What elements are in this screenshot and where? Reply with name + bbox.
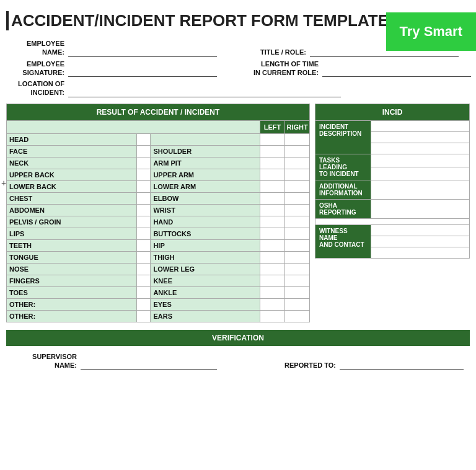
incident-description-row: INCIDENTDESCRIPTION [315, 120, 470, 131]
additional-info-row: ADDITIONALINFORMATION [315, 180, 470, 199]
try-smart-button[interactable]: Try Smart [386, 12, 477, 51]
right-cell[interactable] [285, 216, 310, 228]
check-cell[interactable] [137, 204, 151, 216]
location-field[interactable] [68, 86, 341, 97]
length-of-time-group: LENGTH OF TIMEIN CURRENT ROLE: [236, 60, 471, 78]
supervisor-name-label: SUPERVISORNAME: [12, 352, 81, 370]
supervisor-name-field[interactable] [81, 358, 217, 370]
left-cell[interactable] [260, 145, 285, 157]
witness-field-2[interactable] [371, 236, 470, 247]
body-part-cell: ARM PIT [151, 157, 260, 169]
left-cell[interactable] [260, 192, 285, 204]
left-cell[interactable] [260, 169, 285, 180]
witness-field[interactable] [371, 224, 470, 236]
incident-description-field[interactable] [371, 120, 470, 131]
check-cell[interactable] [137, 133, 151, 145]
check-cell[interactable] [137, 180, 151, 192]
left-cell[interactable] [260, 310, 285, 322]
body-part-cell: EARS [151, 310, 260, 322]
witness-field-3[interactable] [371, 247, 470, 258]
tasks-leading-row: TASKS LEADINGTO INCIDENT [315, 154, 470, 167]
left-cell[interactable] [260, 216, 285, 228]
check-cell[interactable] [137, 251, 151, 263]
left-cell[interactable] [260, 180, 285, 192]
right-cell[interactable] [285, 298, 310, 310]
right-cell[interactable] [285, 145, 310, 157]
check-cell[interactable] [137, 286, 151, 298]
table-row: UPPER BACK UPPER ARM [7, 169, 310, 180]
right-cell[interactable] [285, 204, 310, 216]
check-cell[interactable] [137, 275, 151, 286]
employee-signature-field[interactable] [68, 66, 217, 77]
incident-description-field-2[interactable] [371, 131, 470, 143]
check-cell[interactable] [137, 239, 151, 251]
right-cell[interactable] [285, 275, 310, 286]
right-cell[interactable] [285, 239, 310, 251]
body-part-cell: EYES [151, 298, 260, 310]
check-cell[interactable] [137, 263, 151, 275]
body-part-cell: LIPS [7, 228, 137, 239]
body-part-cell: WRIST [151, 204, 260, 216]
employee-name-field[interactable] [68, 46, 217, 57]
additional-info-field[interactable] [371, 180, 470, 199]
body-part-cell: HAND [151, 216, 260, 228]
check-cell[interactable] [137, 157, 151, 169]
col-spacer [7, 120, 260, 133]
right-cell[interactable] [285, 263, 310, 275]
right-cell[interactable] [285, 251, 310, 263]
reported-to-label: REPORTED TO: [271, 361, 340, 370]
left-cell[interactable] [260, 239, 285, 251]
left-cell[interactable] [260, 251, 285, 263]
left-cell[interactable] [260, 157, 285, 169]
body-part-cell: LOWER BACK [7, 180, 137, 192]
left-cell[interactable] [260, 228, 285, 239]
accident-table: RESULT OF ACCIDENT / INCIDENT LEFT RIGHT… [6, 104, 310, 322]
right-cell[interactable] [285, 228, 310, 239]
check-cell[interactable] [137, 169, 151, 180]
right-cell[interactable] [285, 180, 310, 192]
reported-to-field[interactable] [340, 358, 464, 370]
right-cell[interactable] [285, 192, 310, 204]
right-cell[interactable] [285, 133, 310, 145]
right-cell[interactable] [285, 310, 310, 322]
verification-header: VERIFICATION [6, 330, 470, 346]
main-container: ACCIDENT/INCIDENT REPORT FORM TEMPLATE E… [0, 0, 476, 376]
incident-description-field-3[interactable] [371, 143, 470, 154]
table-row: PELVIS / GROIN HAND [7, 216, 310, 228]
check-cell[interactable] [137, 216, 151, 228]
left-cell[interactable] [260, 204, 285, 216]
check-cell[interactable] [137, 192, 151, 204]
body-part-cell: FINGERS [7, 275, 137, 286]
left-cell[interactable] [260, 286, 285, 298]
left-cell[interactable] [260, 133, 285, 145]
tasks-leading-field-2[interactable] [371, 167, 470, 180]
table-row: TOES ANKLE [7, 286, 310, 298]
check-cell[interactable] [137, 145, 151, 157]
body-part-cell: NECK [7, 157, 137, 169]
plus-icon[interactable]: + [1, 178, 6, 188]
witness-row: WITNESS NAMEAND CONTACT [315, 224, 470, 236]
osha-field[interactable] [371, 199, 470, 218]
body-part-cell: FACE [7, 145, 137, 157]
right-cell[interactable] [285, 157, 310, 169]
col-right-label: RIGHT [285, 120, 310, 133]
tasks-leading-field[interactable] [371, 154, 470, 167]
check-cell[interactable] [137, 298, 151, 310]
table-row: NOSE LOWER LEG [7, 263, 310, 275]
verification-fields: SUPERVISORNAME: REPORTED TO: [6, 352, 470, 370]
length-of-time-label: LENGTH OF TIMEIN CURRENT ROLE: [236, 60, 322, 78]
left-cell[interactable] [260, 275, 285, 286]
body-part-cell: THIGH [151, 251, 260, 263]
title-role-label: TITLE / ROLE: [236, 48, 310, 56]
table-row: CHEST ELBOW [7, 192, 310, 204]
length-of-time-field[interactable] [322, 66, 471, 77]
body-part-cell: HIP [151, 239, 260, 251]
table-row: OTHER: EARS [7, 310, 310, 322]
left-cell[interactable] [260, 298, 285, 310]
right-cell[interactable] [285, 286, 310, 298]
check-cell[interactable] [137, 310, 151, 322]
left-cell[interactable] [260, 263, 285, 275]
right-cell[interactable] [285, 169, 310, 180]
body-part-cell: UPPER BACK [7, 169, 137, 180]
check-cell[interactable] [137, 228, 151, 239]
